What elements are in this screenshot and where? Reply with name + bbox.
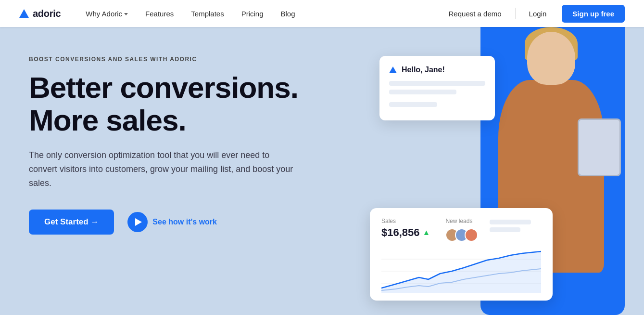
nav-why-adoric[interactable]: Why Adoric bbox=[78, 6, 136, 22]
sales-label: Sales bbox=[381, 218, 430, 224]
sales-chart bbox=[381, 249, 541, 293]
dashboard-card: Sales $16,856 ▲ New leads bbox=[370, 208, 553, 301]
svg-marker-3 bbox=[381, 251, 541, 293]
nav-divider bbox=[515, 8, 516, 19]
hero-eyebrow: BOOST CONVERSIONS AND SALES WITH ADORIC bbox=[29, 56, 337, 63]
nav-blog[interactable]: Blog bbox=[273, 6, 303, 22]
play-button-icon bbox=[127, 212, 148, 232]
sales-value: $16,856 ▲ bbox=[381, 226, 430, 239]
see-how-link[interactable]: See how it's work bbox=[127, 212, 217, 232]
adoric-logo-small-icon bbox=[389, 66, 397, 73]
chevron-down-icon bbox=[124, 13, 128, 15]
logo[interactable]: adoric bbox=[19, 8, 61, 19]
request-demo-link[interactable]: Request a demo bbox=[441, 6, 509, 22]
brand-name: adoric bbox=[33, 8, 61, 19]
dashboard-metrics-row: Sales $16,856 ▲ New leads bbox=[381, 218, 541, 242]
nav-features[interactable]: Features bbox=[138, 6, 181, 22]
hero-title-line2: More sales. bbox=[29, 104, 186, 137]
up-arrow-icon: ▲ bbox=[423, 228, 430, 237]
nav-right: Request a demo Login Sign up free bbox=[441, 5, 625, 23]
nav-pricing[interactable]: Pricing bbox=[234, 6, 271, 22]
leads-metric: New leads bbox=[445, 218, 474, 242]
hello-card-header: Hello, Jane! bbox=[389, 66, 485, 74]
person-head bbox=[527, 32, 575, 85]
dashboard-placeholder bbox=[490, 220, 541, 232]
placeholder-line bbox=[490, 220, 530, 224]
hero-right: Hello, Jane! Sales $16,856 ▲ New leads bbox=[331, 27, 644, 315]
hero-title: Better conversions. More sales. bbox=[29, 71, 337, 137]
see-how-label: See how it's work bbox=[152, 218, 217, 226]
avatar-3 bbox=[465, 228, 478, 242]
avatar-group bbox=[445, 228, 474, 242]
nav-templates[interactable]: Templates bbox=[183, 6, 231, 22]
placeholder-line bbox=[490, 227, 520, 232]
login-link[interactable]: Login bbox=[521, 6, 555, 22]
hello-card: Hello, Jane! bbox=[379, 56, 495, 120]
navigation: adoric Why Adoric Features Templates Pri… bbox=[0, 0, 644, 27]
card-placeholder-line-1 bbox=[389, 81, 485, 86]
chart-area bbox=[381, 249, 541, 293]
hero-left: BOOST CONVERSIONS AND SALES WITH ADORIC … bbox=[29, 56, 337, 235]
get-started-button[interactable]: Get Started → bbox=[29, 210, 114, 235]
card-placeholder-line-3 bbox=[389, 102, 437, 107]
sales-metric: Sales $16,856 ▲ bbox=[381, 218, 430, 239]
logo-icon bbox=[19, 9, 29, 18]
nav-links: Why Adoric Features Templates Pricing Bl… bbox=[78, 6, 441, 22]
hero-cta-row: Get Started → See how it's work bbox=[29, 210, 337, 235]
hero-subtitle: The only conversion optimization tool th… bbox=[29, 148, 298, 190]
person-tablet bbox=[578, 118, 621, 176]
hero-title-line1: Better conversions. bbox=[29, 71, 298, 104]
hero-section: BOOST CONVERSIONS AND SALES WITH ADORIC … bbox=[0, 27, 644, 315]
leads-label: New leads bbox=[445, 218, 474, 224]
play-triangle-icon bbox=[135, 218, 142, 226]
card-placeholder-line-2 bbox=[389, 90, 456, 94]
hello-card-greeting: Hello, Jane! bbox=[402, 66, 445, 74]
signup-button[interactable]: Sign up free bbox=[562, 5, 625, 23]
